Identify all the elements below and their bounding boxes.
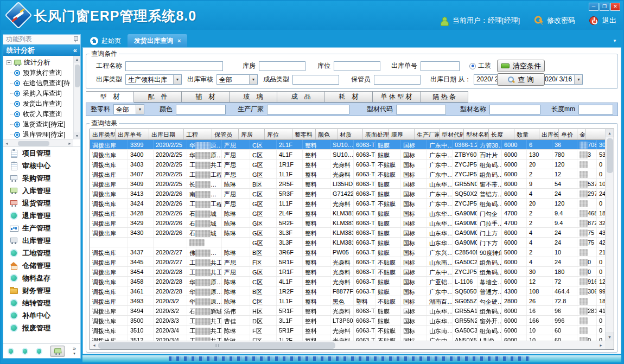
tab-close-icon[interactable]: × [177,37,181,44]
sidebar-nav-item[interactable]: 仓储管理 [3,259,80,272]
tree-vertical-scrollbar[interactable]: ▲ ▼ [73,56,80,139]
tab-shipping-outbound-query[interactable]: 发货出库查询 × [128,34,187,47]
minimize-button[interactable]: ─ [589,3,598,11]
material-tab[interactable]: 玻 璃 [230,91,277,103]
table-vertical-scrollbar[interactable]: ▲ ▼ [605,129,614,341]
table-row[interactable]: 调拨出库 3437 2020/2/27 佛… 陈琳 B区 3R6F 整料 PW0… [90,247,605,257]
scrollbar-thumb[interactable] [607,138,613,173]
tree-item[interactable]: 退库管理[待定] [7,130,80,140]
color-input[interactable] [176,105,226,114]
whole-part-select[interactable]: 全部▼ [113,104,144,114]
sidebar-nav-item[interactable]: 物料盘存 [3,272,80,284]
table-header-cell[interactable]: 工程 [184,129,212,139]
table-row[interactable]: 调拨出库 3400 2020/2/25 华原… 严思 C区 4L1F 整料 SU… [90,150,605,159]
tree-horizontal-scrollbar[interactable]: ◄ ► [3,139,73,146]
tree-expander-icon[interactable] [7,60,11,65]
keeper-input[interactable] [374,75,421,85]
date-to-select[interactable]: 2020/ 3/16▼ [538,74,583,85]
table-header-cell[interactable]: 保管员 [212,129,239,139]
location-input[interactable] [334,61,380,71]
table-header-cell[interactable]: 库位 [265,129,292,139]
footer-cart-button[interactable] [50,346,65,357]
table-header-cell[interactable]: 膜厚 [389,129,415,139]
scroll-right-icon[interactable]: ► [597,343,605,347]
table-header-cell[interactable]: 金 [577,129,586,139]
table-header-cell[interactable]: 出库单号 [116,129,149,139]
scroll-down-icon[interactable]: ▼ [606,333,614,341]
footer-dot-icon[interactable] [8,348,14,355]
material-tab[interactable]: 辅 材 [182,91,230,103]
material-tab[interactable]: 型 材 [86,91,134,103]
tree-root-node[interactable]: 统计分析 [7,58,80,68]
tree-item[interactable]: 收货入库查询 [7,109,80,119]
sidebar-nav-item[interactable]: 采购管理 [3,172,80,184]
table-row[interactable]: 调拨出库 3407 2020/2/25 工工程 严思 G区 1L1F 整料 光身… [90,169,605,179]
sidebar-nav-item[interactable]: 财务管理 [3,284,80,297]
table-row[interactable]: 调拨出库 3409 2020/2/25 长… 陈琳 B区 2R5F 整料 LI3… [90,179,605,189]
table-header-cell[interactable]: 长度 [489,129,514,139]
table-header-cell[interactable]: 颜色 [316,129,338,139]
table-row[interactable]: 调拨出库 3445 2020/2/27 工共工程 严思 F区 5R1F 整料 光… [90,257,605,267]
sidebar-nav-item[interactable]: 项目管理 [3,147,80,159]
table-row[interactable]: 调拨出库 3461 2020/2/28 华原… 陈琳 B区 1R2F 整料 F8… [90,286,605,296]
table-header-cell[interactable]: 单价 [559,129,577,139]
search-button[interactable]: 查 询 [497,73,545,86]
table-header-cell[interactable]: 整零料 [292,129,316,139]
scroll-left-icon[interactable]: ◄ [90,343,98,347]
footer-dot-icon[interactable] [22,348,28,355]
sidebar-nav-item[interactable]: 工地管理 [3,247,80,259]
warehouse-input[interactable] [259,61,305,71]
table-row[interactable]: 调拨出库 3510 2020/3/4 工共工程 陈琳 F区 5R1F 整料 光身… [90,325,605,335]
project-name-input[interactable] [125,61,223,71]
table-row[interactable]: 调拨出库 3399 2020/2/25 华原… 严思 C区 2L1F 整料 SU… [90,140,605,150]
manufacturer-input[interactable] [267,105,349,114]
product-type-input[interactable] [292,75,339,85]
scrollbar-thumb[interactable] [75,65,80,87]
material-tab[interactable]: 隔 热 条 [421,91,468,103]
table-row[interactable]: 调拨出库 3428 2020/2/26 石城 陈琳 G区 2L4F 整料 KLM… [90,208,605,218]
table-row[interactable]: 调拨出库 3454 2020/2/28 工共工程 严思 G区 1R1F 整料 光… [90,267,605,277]
audit-select[interactable]: 全部▼ [217,74,258,85]
tabbar-caret-icon[interactable]: ▼ [613,39,617,43]
table-row[interactable]: 调拨出库 3493 2020/3/2 华原… 陈琳 C区 1L1F 整料 黑色 [90,296,605,306]
change-password-link[interactable]: 修改密码 [547,16,575,25]
table-header-cell[interactable]: 表面处理 [363,129,389,139]
tree-item[interactable]: 预算执行查询 [7,68,80,78]
radio-gongzhuang[interactable] [469,63,476,69]
table-header-cell[interactable]: 出库长度 [539,129,559,139]
sidebar-nav-item[interactable]: 退货管理 [3,197,80,209]
table-row[interactable]: 调拨出库 3424 2020/2/26 工工程 严思 G区 1L1F 整料 光身… [90,199,605,208]
sidebar-nav-item[interactable]: 入库管理 [3,184,80,197]
tab-home[interactable]: 起始页 [84,34,128,47]
table-header-cell[interactable]: 数量 [514,129,539,139]
table-row[interactable]: 调拨出库 3430 2020/2/26 石城 陈琳 G区 3L3F 整料 KLM… [90,228,605,238]
material-tab[interactable]: 配 件 [134,91,182,103]
material-tab[interactable]: 耗 材 [325,91,373,103]
sidebar-nav-item[interactable]: 生产管理 [3,222,80,234]
pin-icon[interactable] [73,36,78,42]
maximize-button[interactable]: ❐ [600,3,609,11]
outbound-type-select[interactable]: 生产领料出库▼ [125,74,182,85]
material-tab[interactable]: 成 品 [277,91,325,103]
table-row[interactable]: G区 3L3F 整料 KLM3817 6063-T5 贴膜 国标 山东华… GA… [90,238,605,247]
collapse-icon[interactable]: « [73,46,77,54]
table-header-cell[interactable]: 出库日期 [149,129,184,139]
table-header-cell[interactable]: 材质 [338,129,363,139]
table-horizontal-scrollbar[interactable]: ◄ ► [90,341,605,349]
table-row[interactable]: 调拨出库 3413 2020/2/26 南… 严思 C区 5R3F 整料 G71… [90,189,605,199]
scroll-down-icon[interactable]: ▼ [74,132,81,139]
footer-more-button[interactable]: »▾ [73,346,76,356]
table-row[interactable]: 调拨出库 3500 2020/3/3 工共工程 曹佳 D区 3L1F 整料 LT… [90,316,605,325]
tree-item[interactable]: 在途信息查询[待 [7,78,80,88]
length-input[interactable] [578,105,613,114]
sidebar-nav-item[interactable]: 补单中心 [3,309,80,322]
table-header-cell[interactable]: 生产厂家 [415,129,440,139]
scrollbar-thumb[interactable] [98,342,335,349]
table-row[interactable]: 调拨出库 3429 2020/2/26 石城 陈琳 G区 5R2F 整料 KLM… [90,218,605,228]
table-row[interactable]: 调拨出库 3512 2020/3/4 工共工程 陈琳 F区 1L2F 整料 光身… [90,335,605,341]
logout-link[interactable]: 退出 [602,16,616,25]
sidebar-nav-item[interactable]: 报废管理 [3,322,80,334]
scroll-right-icon[interactable]: ► [66,142,73,145]
table-header-cell[interactable]: 型材代码 [440,129,464,139]
close-button[interactable]: ✕ [610,3,620,11]
